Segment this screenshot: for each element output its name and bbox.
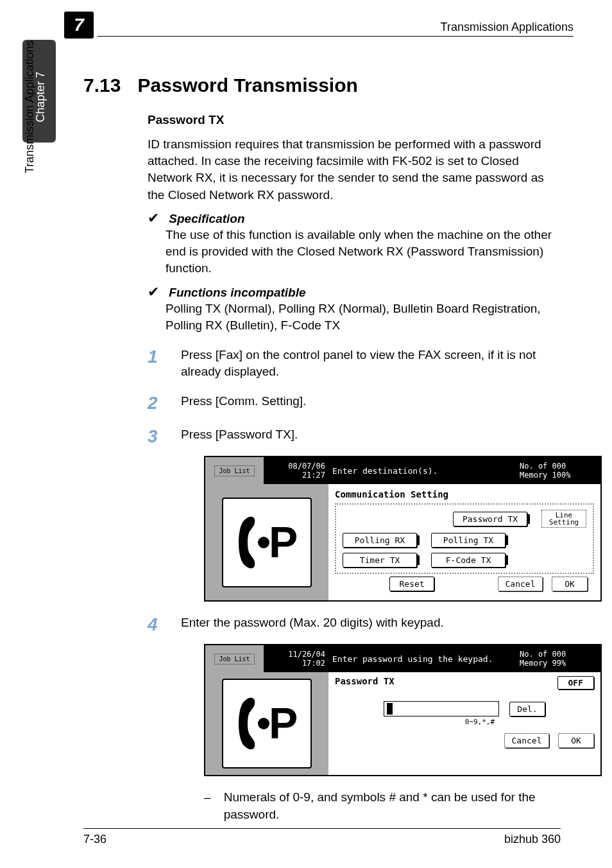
dash-icon: – [204, 789, 212, 822]
timer-tx-button[interactable]: Timer TX [343, 553, 417, 568]
step-number: 4 [148, 614, 163, 635]
ok-button[interactable]: OK [552, 577, 588, 591]
spec-2-title: Functions incompatible [169, 286, 305, 299]
svg-text:P: P [269, 517, 298, 566]
polling-tx-button[interactable]: Polling TX [431, 533, 506, 548]
datetime: 08/07/06 21:27 [264, 457, 328, 484]
memory-pct: Memory 99% [520, 659, 598, 668]
mode-icon-panel: P [205, 672, 328, 775]
time: 21:27 [302, 471, 325, 480]
datetime: 11/26/04 17:02 [264, 645, 328, 672]
step-1: 1 Press [Fax] on the control panel to vi… [148, 347, 561, 380]
heading-title: Password Transmission [137, 74, 357, 96]
step-3: 3 Press [Password TX]. [148, 426, 561, 447]
note-text: Numerals of 0-9, and symbols # and * can… [224, 789, 561, 822]
step-number: 3 [148, 426, 163, 447]
ok-button[interactable]: OK [558, 733, 594, 748]
step-number: 2 [148, 393, 163, 413]
heading-number: 7.13 [83, 74, 121, 96]
step-text: Enter the password (Max. 20 digits) with… [181, 614, 561, 635]
check-icon: ✔ [148, 284, 166, 300]
mode-icon-panel: P [205, 484, 328, 600]
step-2: 2 Press [Comm. Setting]. [148, 393, 561, 413]
note: – Numerals of 0-9, and symbols # and * c… [204, 789, 561, 822]
memory-status: No. of 000 Memory 100% [517, 457, 600, 484]
cancel-button[interactable]: Cancel [504, 733, 549, 748]
screenshot-password-tx: Job List 11/26/04 17:02 Enter password u… [204, 644, 602, 776]
intro-paragraph: ID transmission requires that transmissi… [148, 136, 561, 204]
reset-button[interactable]: Reset [389, 577, 434, 591]
job-list-button[interactable]: Job List [205, 645, 264, 672]
spec-1: ✔ Specification [148, 210, 561, 227]
spec-2-body: Polling TX (Normal), Polling RX (Normal)… [166, 300, 561, 334]
job-list-label: Job List [214, 465, 254, 476]
section-title: Password TX [335, 676, 395, 690]
date: 11/26/04 [288, 650, 325, 659]
cursor-icon [387, 703, 393, 715]
svg-point-1 [258, 537, 269, 548]
date: 08/07/06 [288, 462, 325, 471]
step-text: Press [Fax] on the control panel to view… [181, 347, 561, 380]
header-right: Transmission Applications [441, 21, 574, 34]
model-name: bizhub 360 [504, 833, 561, 846]
job-list-button[interactable]: Job List [205, 457, 264, 484]
phone-p-icon: P [222, 679, 312, 768]
cancel-button[interactable]: Cancel [498, 577, 543, 591]
step-number: 1 [148, 347, 163, 380]
section-title: Communication Setting [335, 489, 594, 499]
password-tx-button[interactable]: Password TX [453, 512, 527, 526]
fcode-tx-button[interactable]: F-Code TX [431, 553, 506, 568]
spec-2: ✔ Functions incompatible [148, 284, 561, 300]
dest-count: No. of 000 [520, 650, 598, 659]
input-hint: 0~9,*,# [465, 718, 495, 726]
heading-2: Password TX [148, 113, 561, 127]
password-input[interactable]: 0~9,*,# [384, 701, 499, 716]
line-setting-button[interactable]: LineSetting [541, 510, 586, 528]
dest-count: No. of 000 [520, 462, 598, 471]
phone-p-icon: P [222, 498, 312, 587]
button-group: Password TX LineSetting Polling RX Polli… [335, 503, 594, 574]
heading-1: 7.13 Password Transmission [83, 74, 561, 96]
sidebar-section: Transmission Applications [23, 40, 37, 173]
job-list-label: Job List [214, 654, 254, 664]
check-icon: ✔ [148, 210, 166, 227]
chapter-badge: 7 [64, 12, 94, 39]
prompt: Enter password using the keypad. [328, 645, 517, 672]
spec-1-title: Specification [169, 212, 244, 225]
page-number: 7-36 [83, 833, 106, 846]
step-4: 4 Enter the password (Max. 20 digits) wi… [148, 614, 561, 635]
prompt: Enter destination(s). [328, 457, 517, 484]
memory-status: No. of 000 Memory 99% [517, 645, 600, 672]
header-rule [98, 36, 574, 37]
step-text: Press [Comm. Setting]. [181, 393, 561, 413]
step-text: Press [Password TX]. [181, 426, 561, 447]
footer: 7-36 bizhub 360 [83, 828, 561, 846]
spec-1-body: The use of this function is available on… [166, 227, 561, 277]
svg-text:P: P [269, 699, 298, 747]
del-button[interactable]: Del. [509, 702, 545, 716]
polling-rx-button[interactable]: Polling RX [343, 533, 417, 548]
screenshot-comm-setting: Job List 08/07/06 21:27 Enter destinatio… [204, 456, 602, 602]
svg-point-3 [258, 718, 269, 729]
memory-pct: Memory 100% [520, 471, 598, 480]
time: 17:02 [302, 659, 325, 668]
off-button[interactable]: OFF [557, 676, 594, 690]
